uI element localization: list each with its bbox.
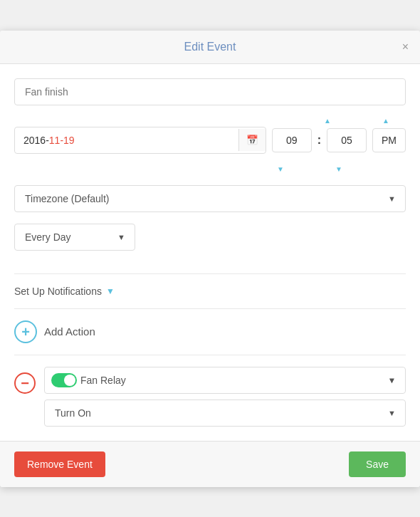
remove-action-button[interactable]: − — [14, 372, 36, 394]
repeat-select[interactable]: Every Day — [14, 224, 135, 251]
event-name-input[interactable] — [14, 78, 406, 105]
add-action-button[interactable]: + — [14, 320, 37, 343]
command-select[interactable]: Turn On — [44, 400, 406, 427]
modal-body: ▲ ▲ 2016-11-19📅 09 : 05 PM — [0, 64, 420, 441]
plus-icon: + — [21, 325, 30, 339]
notifications-label[interactable]: Set Up Notifications ▼ — [14, 286, 406, 297]
calendar-button[interactable]: 📅 — [238, 129, 266, 151]
modal-footer: Remove Event Save — [0, 441, 420, 487]
modal-header: Edit Event × — [0, 31, 420, 64]
minute-down-button[interactable]: ▼ — [332, 165, 345, 174]
minus-icon: − — [21, 376, 29, 390]
device-toggle[interactable] — [51, 373, 77, 387]
action-item: − Fan Relay▼ Turn On — [14, 367, 406, 427]
minute-up-button[interactable]: ▲ — [379, 117, 392, 125]
notifications-group: Set Up Notifications ▼ — [14, 286, 406, 297]
divider-1 — [14, 273, 406, 274]
timezone-group: Timezone (Default) — [14, 185, 406, 212]
event-name-group — [14, 78, 406, 105]
datetime-group: ▲ ▲ 2016-11-19📅 09 : 05 PM — [14, 117, 406, 174]
action-selects: Fan Relay▼ Turn On — [44, 367, 406, 427]
modal-title: Edit Event — [184, 41, 236, 53]
repeat-group: Every Day — [14, 224, 135, 251]
divider-2 — [14, 308, 406, 309]
date-plain: 2016- — [23, 135, 49, 146]
hour-down-button[interactable]: ▼ — [274, 165, 287, 174]
save-button[interactable]: Save — [349, 451, 406, 477]
ampm-display: PM — [372, 128, 406, 152]
timezone-select[interactable]: Timezone (Default) — [14, 185, 406, 212]
minute-display: 05 — [327, 128, 367, 152]
remove-event-button[interactable]: Remove Event — [14, 451, 105, 477]
calendar-icon: 📅 — [246, 135, 258, 145]
close-button[interactable]: × — [402, 41, 409, 53]
add-action-label: Add Action — [44, 325, 95, 338]
date-highlight: 11-19 — [49, 135, 75, 146]
datetime-row: 2016-11-19📅 09 : 05 PM — [14, 127, 406, 154]
notifications-chevron-icon: ▼ — [106, 286, 115, 296]
hour-display: 09 — [272, 128, 312, 152]
time-section: 09 : 05 PM — [272, 128, 406, 152]
device-select-wrapper: Fan Relay▼ — [44, 367, 406, 394]
add-action-row: + Add Action — [14, 320, 406, 343]
edit-event-modal: Edit Event × ▲ ▲ — [0, 31, 420, 487]
time-colon: : — [317, 134, 321, 147]
device-select[interactable]: Fan Relay — [44, 367, 406, 394]
hour-up-button[interactable]: ▲ — [321, 117, 334, 125]
command-select-wrapper: Turn On — [44, 400, 406, 427]
date-input-wrapper: 2016-11-19📅 — [14, 127, 266, 154]
divider-3 — [14, 355, 406, 355]
